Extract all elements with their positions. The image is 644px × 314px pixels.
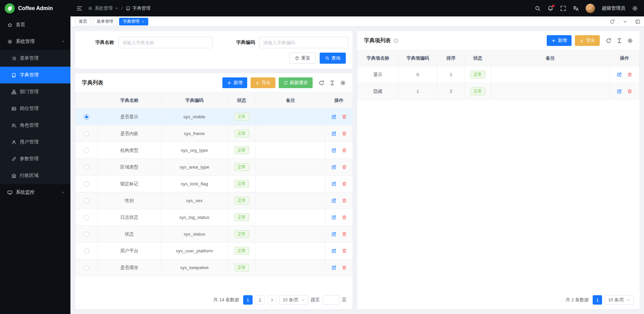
table-row[interactable]: 用户平台sys_user_platform正常: [75, 243, 353, 259]
table-row[interactable]: 状态sys_status正常: [75, 226, 353, 243]
table-gear-icon[interactable]: [340, 80, 346, 86]
row-select-radio[interactable]: [84, 232, 89, 237]
row-select-radio[interactable]: [84, 215, 89, 220]
info-icon[interactable]: [393, 38, 398, 43]
edit-icon[interactable]: [331, 248, 336, 253]
table-row[interactable]: 隐藏12正常: [358, 83, 640, 100]
row-select-radio[interactable]: [84, 181, 89, 187]
delete-icon[interactable]: [342, 198, 347, 203]
refresh-cache-button[interactable]: 刷新缓存: [279, 77, 313, 88]
tab-2[interactable]: 字典管理: [119, 18, 148, 25]
table-row[interactable]: 显示01正常: [358, 66, 640, 83]
search-icon[interactable]: [535, 5, 541, 11]
edit-icon[interactable]: [331, 215, 336, 220]
sidebar-item-7[interactable]: 用户管理: [0, 134, 70, 150]
dict-code-input[interactable]: [259, 37, 348, 48]
refresh-page-icon[interactable]: [606, 16, 619, 26]
breadcrumb-parent[interactable]: 系统管理: [88, 5, 118, 11]
page-button-1[interactable]: 1: [243, 295, 253, 305]
row-select-radio[interactable]: [84, 265, 89, 270]
fullscreen-icon[interactable]: [560, 5, 566, 11]
tab-options-chevron-down-icon[interactable]: [619, 16, 631, 26]
sidebar-item-4[interactable]: 部门管理: [0, 83, 70, 100]
delete-icon[interactable]: [342, 181, 347, 186]
export-dict-button[interactable]: 导出: [251, 77, 275, 88]
delete-icon[interactable]: [342, 131, 347, 136]
sidebar-item-2[interactable]: 菜单管理: [0, 50, 70, 67]
delete-icon[interactable]: [342, 232, 347, 237]
username[interactable]: 超级管理员: [602, 5, 625, 11]
item-table-body: 显示01正常隐藏12正常: [358, 66, 640, 100]
page-size-select[interactable]: 10 条/页: [605, 295, 634, 305]
page-size-select[interactable]: 10 条/页: [279, 295, 308, 305]
column-settings-icon[interactable]: [616, 38, 622, 44]
column-settings-icon[interactable]: [329, 80, 335, 86]
table-row[interactable]: 日志状态sys_log_status正常: [75, 209, 353, 226]
delete-icon[interactable]: [342, 265, 347, 270]
export-item-button[interactable]: 导出: [575, 35, 600, 46]
row-select-radio[interactable]: [84, 131, 89, 136]
delete-icon[interactable]: [342, 114, 347, 119]
page-button-2[interactable]: 2: [255, 295, 265, 305]
refresh-table-icon[interactable]: [319, 80, 324, 86]
sidebar-item-6[interactable]: 角色管理: [0, 117, 70, 134]
add-item-button[interactable]: 新增: [547, 35, 572, 46]
layout-panel-icon[interactable]: [631, 16, 644, 26]
row-select-radio[interactable]: [84, 148, 89, 153]
table-row[interactable]: 区域类型sys_area_type正常: [75, 159, 353, 176]
dict-name-input[interactable]: [118, 37, 213, 48]
delete-icon[interactable]: [342, 165, 347, 170]
edit-icon[interactable]: [331, 181, 336, 186]
link-icon: [11, 156, 16, 162]
notification-bell-icon[interactable]: [547, 5, 553, 11]
sidebar-item-10[interactable]: 系统监控: [0, 184, 70, 201]
reset-button[interactable]: 重置: [289, 53, 316, 64]
sidebar-item-1[interactable]: 系统管理: [0, 33, 70, 50]
edit-icon[interactable]: [617, 72, 622, 77]
table-gear-icon[interactable]: [627, 38, 633, 44]
sidebar-item-9[interactable]: 行政区域: [0, 167, 70, 184]
sidebar-item-3[interactable]: 字典管理: [0, 67, 70, 83]
user-avatar[interactable]: [586, 4, 595, 13]
close-icon[interactable]: [142, 20, 145, 23]
collapse-sidebar-icon[interactable]: [76, 5, 83, 11]
sidebar-item-8[interactable]: 参数管理: [0, 150, 70, 167]
table-row[interactable]: 锁定标记sys_lock_flag正常: [75, 176, 353, 192]
table-row[interactable]: 是否缓存sys_keepalive正常: [75, 259, 353, 276]
page-button-1[interactable]: 1: [593, 295, 602, 305]
row-select-radio[interactable]: [84, 248, 89, 254]
delete-icon[interactable]: [342, 148, 347, 153]
edit-icon[interactable]: [331, 198, 336, 203]
query-button[interactable]: 查询: [320, 53, 346, 64]
edit-icon[interactable]: [331, 114, 336, 119]
delete-icon[interactable]: [627, 89, 632, 94]
table-row[interactable]: 是否内嵌sys_frame正常: [75, 125, 353, 142]
row-select-radio[interactable]: [84, 165, 89, 170]
settings-gear-icon[interactable]: [632, 5, 638, 11]
tab-0[interactable]: 首页: [75, 18, 91, 25]
row-select-radio[interactable]: [84, 114, 89, 120]
tab-1[interactable]: 菜单管理: [93, 18, 117, 25]
edit-icon[interactable]: [617, 89, 622, 94]
refresh-table-icon[interactable]: [606, 38, 611, 44]
edit-icon[interactable]: [331, 165, 336, 170]
sidebar-item-0[interactable]: 首页: [0, 16, 70, 33]
table-row[interactable]: 机构类型sys_org_type正常: [75, 142, 353, 159]
sidebar-item-5[interactable]: 岗位管理: [0, 100, 70, 117]
next-page-button[interactable]: [267, 295, 277, 305]
edit-icon[interactable]: [331, 148, 336, 153]
edit-icon[interactable]: [331, 131, 336, 136]
edit-icon[interactable]: [331, 265, 336, 270]
delete-icon[interactable]: [342, 248, 347, 253]
table-row[interactable]: 性别sys_sex正常: [75, 192, 353, 209]
delete-icon[interactable]: [627, 72, 632, 77]
column-header: 字典名称: [98, 92, 161, 109]
jump-page-input[interactable]: [323, 295, 339, 305]
translate-icon[interactable]: [573, 5, 579, 11]
edit-icon[interactable]: [331, 232, 336, 237]
row-select-radio[interactable]: [84, 198, 89, 203]
delete-icon[interactable]: [342, 215, 347, 220]
table-row[interactable]: 是否显示sys_visible正常: [75, 109, 353, 125]
add-dict-button[interactable]: 新增: [222, 77, 247, 88]
dict-code-cell: sys_sex: [161, 192, 228, 209]
